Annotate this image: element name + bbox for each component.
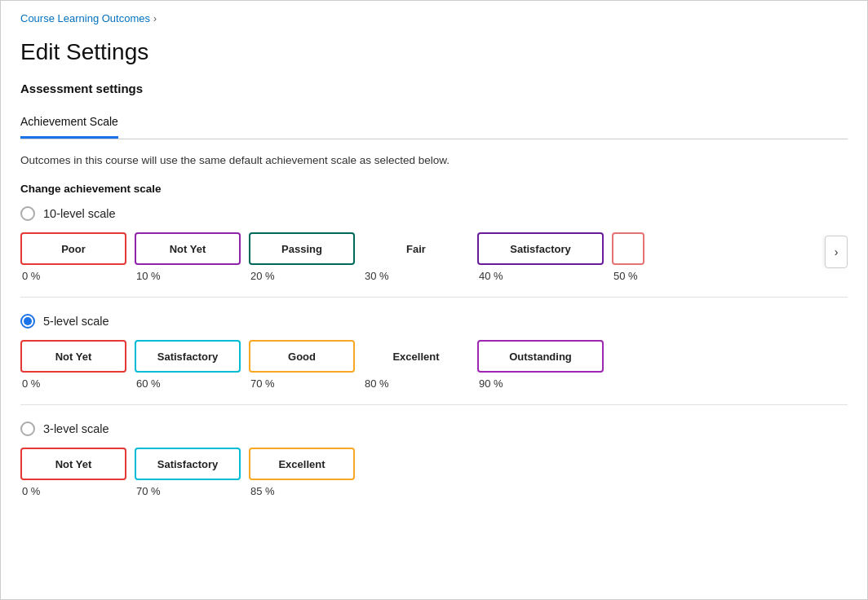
pct-fair: 30 %	[363, 270, 389, 282]
pct-good-5: 70 %	[249, 377, 275, 390]
scroll-right-btn[interactable]: ›	[825, 236, 848, 268]
scale-items-three: Not Yet 0 % Satisfactory 70 % Excellent …	[20, 448, 848, 497]
scale-col-satisfactory-5: Satisfactory 60 %	[135, 340, 241, 390]
scale-col-satisfactory-3: Satisfactory 70 %	[135, 448, 241, 497]
scale-col-excellent-3: Excellent 85 %	[249, 448, 355, 497]
badge-satisfactory-10: Satisfactory	[477, 232, 604, 265]
badge-satisfactory-3: Satisfactory	[135, 448, 241, 480]
pct-outstanding-5: 90 %	[477, 377, 503, 390]
scale-header-three: 3-level scale	[20, 421, 848, 436]
pct-satisfactory-5: 60 %	[135, 377, 161, 390]
scale-items-ten: Poor 0 % Not Yet 10 % Passing 20 %	[20, 232, 804, 282]
badge-fair: Fair	[363, 232, 469, 265]
badge-outstanding-5: Outstanding	[477, 340, 604, 373]
badge-next-10	[612, 232, 644, 265]
tabs-bar: Achievement Scale	[20, 108, 848, 139]
tab-achievement-scale[interactable]: Achievement Scale	[20, 108, 118, 139]
scale-label-five: 5-level scale	[43, 315, 109, 328]
scale-items-five: Not Yet 0 % Satisfactory 60 % Good 70 % …	[20, 340, 848, 390]
scale-col-notyet-3: Not Yet 0 %	[20, 448, 126, 497]
radio-five-level[interactable]	[20, 314, 35, 329]
badge-poor: Poor	[20, 232, 126, 265]
scale-label-ten: 10-level scale	[43, 207, 116, 220]
pct-excellent-3: 85 %	[249, 485, 275, 497]
pct-notyet-3: 0 %	[20, 485, 40, 497]
scale-col-outstanding-5: Outstanding 90 %	[477, 340, 604, 390]
scale-col-passing: Passing 20 %	[249, 232, 355, 282]
badge-satisfactory-5: Satisfactory	[135, 340, 241, 373]
scale-section-three: 3-level scale Not Yet 0 % Satisfactory 7…	[20, 421, 848, 512]
scale-section-ten: 10-level scale Poor 0 % Not Yet 10 %	[20, 206, 848, 298]
scale-col-excellent-5: Excellent 80 %	[363, 340, 469, 390]
badge-excellent-5: Excellent	[363, 340, 469, 373]
description-text: Outcomes in this course will use the sam…	[20, 154, 848, 166]
scale-header-ten: 10-level scale	[20, 206, 848, 221]
badge-notyet-5: Not Yet	[20, 340, 126, 373]
scale-section-five: 5-level scale Not Yet 0 % Satisfactory 6…	[20, 314, 848, 405]
scale-col-notyet-5: Not Yet 0 %	[20, 340, 126, 390]
badge-excellent-3: Excellent	[249, 448, 355, 480]
pct-passing: 20 %	[249, 270, 275, 282]
scale-col-poor: Poor 0 %	[20, 232, 126, 282]
ten-level-scroll: Poor 0 % Not Yet 10 % Passing 20 %	[20, 232, 804, 282]
badge-notyet-10: Not Yet	[135, 232, 241, 265]
breadcrumb-chevron: ›	[153, 13, 157, 24]
scale-col-satisfactory-10: Satisfactory 40 %	[477, 232, 604, 282]
radio-ten-level[interactable]	[20, 206, 35, 221]
pct-satisfactory-10: 40 %	[477, 270, 503, 282]
pct-notyet-5: 0 %	[20, 377, 40, 390]
scale-col-good-5: Good 70 %	[249, 340, 355, 390]
scale-col-fair: Fair 30 %	[363, 232, 469, 282]
badge-passing: Passing	[249, 232, 355, 265]
breadcrumb-label: Course Learning Outcomes	[20, 12, 150, 24]
change-achievement-label: Change achievement scale	[20, 183, 848, 195]
radio-three-level[interactable]	[20, 421, 35, 436]
badge-good-5: Good	[249, 340, 355, 373]
pct-next-10: 50 %	[612, 270, 638, 282]
scale-header-five: 5-level scale	[20, 314, 848, 329]
scale-col-notyet-10: Not Yet 10 %	[135, 232, 241, 282]
pct-satisfactory-3: 70 %	[135, 485, 161, 497]
breadcrumb[interactable]: Course Learning Outcomes ›	[20, 12, 848, 24]
pct-notyet-10: 10 %	[135, 270, 161, 282]
ten-level-wrapper: Poor 0 % Not Yet 10 % Passing 20 %	[20, 232, 848, 282]
pct-excellent-5: 80 %	[363, 377, 389, 390]
pct-poor: 0 %	[20, 270, 40, 282]
page-title: Edit Settings	[20, 39, 848, 65]
scale-col-next-10: 50 %	[612, 232, 661, 282]
page-wrapper: Course Learning Outcomes › Edit Settings…	[0, 0, 868, 600]
section-title: Assessment settings	[20, 82, 848, 95]
badge-notyet-3: Not Yet	[20, 448, 126, 480]
scale-label-three: 3-level scale	[43, 422, 109, 435]
